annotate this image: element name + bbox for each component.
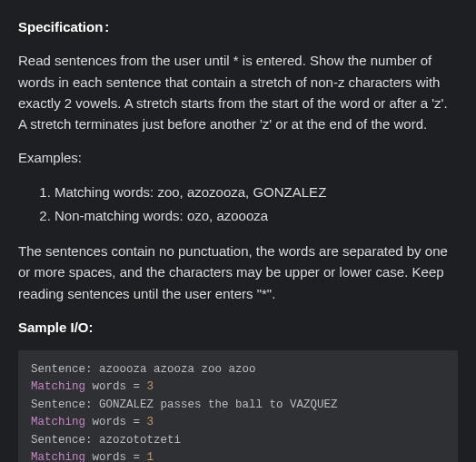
io-result-keyword: Matching (31, 416, 85, 428)
spec-paragraph-1: Read sentences from the user until * is … (18, 50, 458, 134)
io-prompt-label: Sentence: (31, 398, 99, 411)
io-result-value: 3 (140, 380, 154, 393)
io-result-value: 3 (140, 416, 154, 428)
io-result-value: 1 (140, 451, 154, 462)
io-prompt-input: azozototzeti (99, 434, 181, 447)
sample-io-heading: Sample I/O: (18, 317, 458, 338)
spec-paragraph-2: The sentences contain no punctuation, th… (18, 241, 458, 304)
io-line: Matching words = 3 (31, 378, 445, 396)
io-result-mid: words (85, 380, 134, 393)
spec-heading: Specification: (18, 16, 458, 37)
io-line: Sentence: azozototzeti (31, 432, 445, 449)
io-prompt-label: Sentence: (31, 434, 99, 447)
io-line: Matching words = 3 (31, 414, 445, 431)
io-result-eq: = (134, 380, 141, 393)
io-prompt-input: azoooza azooza zoo azoo (99, 363, 256, 376)
spec-heading-text: Specification (18, 19, 103, 34)
io-result-mid: words (85, 416, 134, 428)
spec-heading-colon: : (104, 19, 111, 34)
list-item: Non-matching words: ozo, azoooza (55, 205, 458, 226)
io-line: Matching words = 1 (31, 449, 445, 462)
io-line: Sentence: azoooza azooza zoo azoo (31, 361, 445, 378)
io-prompt-label: Sentence: (31, 363, 99, 376)
document-root: Specification: Read sentences from the u… (0, 0, 476, 462)
sample-io-block: Sentence: azoooza azooza zoo azooMatchin… (18, 350, 458, 462)
io-line: Sentence: GONZALEZ passes the ball to VA… (31, 397, 445, 414)
io-result-eq: = (134, 451, 141, 462)
io-result-eq: = (134, 416, 141, 428)
list-item: Matching words: zoo, azozooza, GONZALEZ (55, 182, 458, 202)
io-result-mid: words (85, 451, 134, 462)
io-result-keyword: Matching (31, 451, 85, 462)
examples-label: Examples: (18, 147, 458, 168)
io-result-keyword: Matching (31, 380, 85, 393)
io-prompt-input: GONZALEZ passes the ball to VAZQUEZ (99, 398, 338, 411)
examples-list: Matching words: zoo, azozooza, GONZALEZ … (18, 182, 458, 227)
